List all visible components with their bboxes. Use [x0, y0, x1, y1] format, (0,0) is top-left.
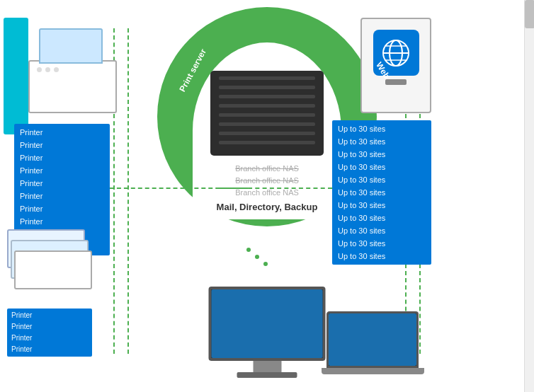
printer-item-6: Printer — [20, 202, 104, 215]
monitor-screen — [209, 287, 326, 361]
bottom-left-printers: Printer Printer Printer Printer — [7, 229, 92, 357]
spl-1: Printer — [11, 321, 88, 333]
laptop-screen — [326, 311, 419, 368]
spl-3: Printer — [11, 344, 88, 355]
stacked-printers — [7, 229, 92, 307]
printer-item-7: Printer — [20, 215, 104, 228]
branch-labels: Branch office NAS Branch office NAS Bran… — [182, 163, 352, 212]
branch-label-1: Branch office NAS — [182, 163, 352, 175]
printer-item-2: Printer — [20, 151, 104, 164]
scrollbar[interactable] — [524, 0, 534, 392]
printer-dots — [30, 62, 115, 78]
monitor-screen-inner — [212, 289, 323, 358]
conn-dot-1 — [246, 248, 251, 252]
site-item-0: Up to 30 sites — [338, 122, 426, 135]
dashed-line-left2 — [127, 28, 129, 354]
branch-label-3: Branch office NAS — [182, 187, 352, 199]
printer-body — [28, 60, 117, 113]
printer-item-1: Printer — [20, 139, 104, 151]
laptop-screen-inner — [329, 313, 416, 366]
laptop-base — [322, 368, 424, 374]
spl-2: Printer — [11, 333, 88, 344]
printer-item-3: Printer — [20, 164, 104, 177]
mail-label: Mail, Directory, Backup — [182, 202, 352, 212]
monitor-base — [237, 372, 297, 378]
site-item-8: Up to 30 sites — [338, 224, 426, 237]
conn-dot-2 — [255, 255, 259, 259]
site-item-10: Up to 30 sites — [338, 250, 426, 263]
nas-device — [210, 71, 324, 156]
dot2 — [45, 67, 50, 72]
spl-0: Printer — [11, 310, 88, 321]
site-item-7: Up to 30 sites — [338, 212, 426, 224]
bottom-right-laptop — [326, 311, 424, 374]
monitor-stand — [253, 361, 281, 372]
bottom-center-monitor — [209, 287, 326, 378]
printer-item-4: Printer — [20, 177, 104, 190]
dot3 — [54, 67, 59, 72]
site-item-9: Up to 30 sites — [338, 237, 426, 250]
site-item-1: Up to 30 sites — [338, 135, 426, 148]
right-device-frame — [360, 18, 431, 113]
device-stand — [385, 79, 407, 85]
branch-label-2: Branch office NAS — [182, 175, 352, 187]
printer-item-5: Printer — [20, 190, 104, 202]
conn-dot-3 — [263, 262, 268, 266]
printer-item-0: Printer — [20, 126, 104, 139]
scrollbar-thumb[interactable] — [525, 0, 534, 28]
printer-device — [25, 28, 120, 124]
dot1 — [37, 67, 42, 72]
main-scene: Print server Web Branch office NAS Branc… — [0, 0, 534, 392]
printer-stack-3 — [14, 250, 92, 289]
printer-paper — [39, 28, 103, 64]
small-printer-list: Printer Printer Printer Printer — [7, 309, 92, 357]
site-item-2: Up to 30 sites — [338, 148, 426, 161]
